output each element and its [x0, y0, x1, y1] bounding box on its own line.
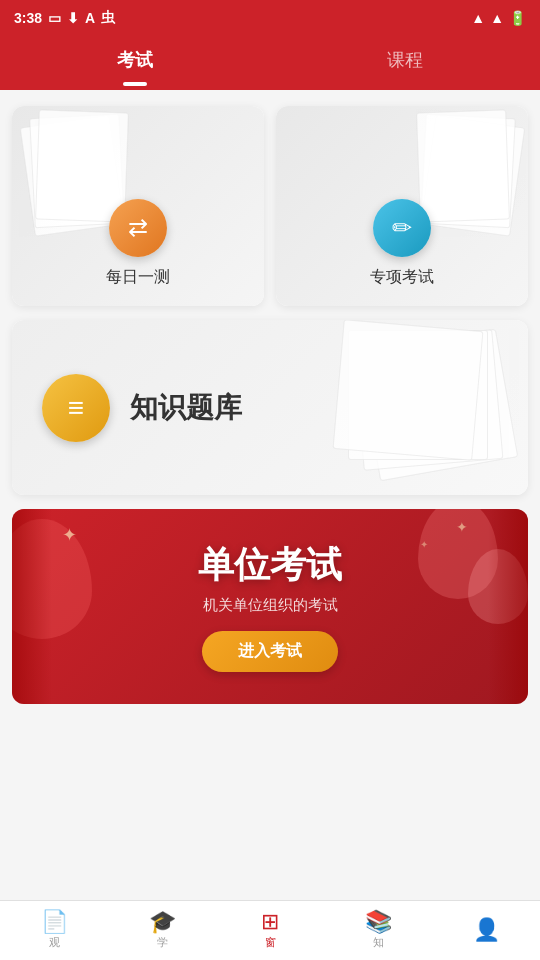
nav-label-guan: 观 — [49, 935, 60, 950]
special-test-card[interactable]: ✏ 专项考试 — [276, 106, 528, 306]
tab-indicator — [123, 82, 147, 86]
status-left: 3:38 ▭ ⬇ A 虫 — [14, 9, 115, 27]
nav-item-chuang[interactable]: ⊞ 窗 — [216, 911, 324, 950]
daily-test-label: 每日一测 — [106, 267, 170, 288]
nav-icon-xue: 🎓 — [149, 911, 176, 933]
daily-test-icon: ⇄ — [109, 199, 167, 257]
curtain-right — [488, 509, 528, 704]
special-test-icon: ✏ — [373, 199, 431, 257]
nav-icon-guan: 📄 — [41, 911, 68, 933]
nav-item-user[interactable]: 👤 — [432, 919, 540, 943]
nav-icon-user: 👤 — [473, 919, 500, 941]
nav-label-chuang: 窗 — [265, 935, 276, 950]
knowledge-bank-icon: ≡ — [42, 374, 110, 442]
nav-item-zhi[interactable]: 📚 知 — [324, 911, 432, 950]
battery-icon: 🔋 — [509, 10, 526, 26]
top-cards-row: ⇄ 每日一测 ✏ 专项考试 — [12, 106, 528, 306]
tab-exam-label: 考试 — [117, 48, 153, 72]
unit-exam-title: 单位考试 — [198, 541, 342, 590]
tab-exam[interactable]: 考试 — [0, 36, 270, 84]
sim-icon: ▭ — [48, 10, 61, 26]
star-decoration-2: ✦ — [456, 519, 468, 535]
wifi-icon: ▲ — [471, 10, 485, 26]
curtain-left — [12, 509, 52, 704]
tab-course-label: 课程 — [387, 48, 423, 72]
knowledge-bank-card[interactable]: ≡ 知识题库 — [12, 320, 528, 495]
status-right: ▲ ▲ 🔋 — [471, 10, 526, 26]
text-icon: A — [85, 10, 95, 26]
unit-exam-subtitle: 机关单位组织的考试 — [203, 596, 338, 615]
main-content: ⇄ 每日一测 ✏ 专项考试 — [0, 90, 540, 900]
special-test-label: 专项考试 — [370, 267, 434, 288]
knowledge-bank-label: 知识题库 — [130, 389, 242, 427]
enter-exam-button[interactable]: 进入考试 — [202, 631, 338, 672]
bottom-nav: 📄 观 🎓 学 ⊞ 窗 📚 知 👤 — [0, 900, 540, 960]
nav-label-xue: 学 — [157, 935, 168, 950]
status-bar: 3:38 ▭ ⬇ A 虫 ▲ ▲ 🔋 — [0, 0, 540, 36]
signal-icon: ▲ — [490, 10, 504, 26]
nav-icon-zhi: 📚 — [365, 911, 392, 933]
bug-icon: 虫 — [101, 9, 115, 27]
unit-exam-card[interactable]: ✦ ✦ ✦ 单位考试 机关单位组织的考试 进入考试 — [12, 509, 528, 704]
nav-item-xue[interactable]: 🎓 学 — [108, 911, 216, 950]
tab-course[interactable]: 课程 — [270, 36, 540, 84]
star-decoration-1: ✦ — [62, 524, 77, 546]
header-tabs: 考试 课程 — [0, 36, 540, 90]
status-time: 3:38 — [14, 10, 42, 26]
star-decoration-3: ✦ — [420, 539, 428, 550]
nav-item-guan[interactable]: 📄 观 — [0, 911, 108, 950]
nav-label-zhi: 知 — [373, 935, 384, 950]
daily-test-card[interactable]: ⇄ 每日一测 — [12, 106, 264, 306]
download-icon: ⬇ — [67, 10, 79, 26]
nav-icon-chuang: ⊞ — [261, 911, 279, 933]
